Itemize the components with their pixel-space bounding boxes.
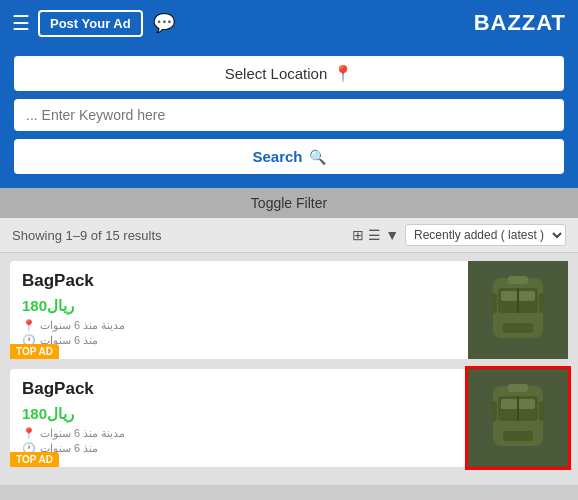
card-time-2: 🕐 منذ 6 سنوات — [22, 442, 456, 455]
svg-rect-15 — [539, 401, 545, 421]
app-header: ☰ Post Your Ad 💬 BAZZAT — [0, 0, 578, 46]
sort-arrow-icon: ▼ — [385, 227, 399, 243]
results-bar: Showing 1–9 of 15 results ⊞ ☰ ▼ Recently… — [0, 218, 578, 253]
card-title-2: BagPack — [22, 379, 456, 399]
svg-rect-13 — [508, 384, 528, 392]
keyword-input[interactable] — [26, 107, 552, 123]
search-panel: Select Location 📍 Search 🔍 — [0, 46, 578, 188]
location-meta-icon-2: 📍 — [22, 427, 36, 440]
results-count: Showing 1–9 of 15 results — [12, 228, 162, 243]
menu-icon[interactable]: ☰ — [12, 11, 30, 35]
listings-container: BagPack 180ريال 📍 مدينة منذ 6 سنوات 🕐 من… — [0, 253, 578, 485]
search-icon: 🔍 — [309, 149, 326, 165]
card-image-1 — [468, 261, 568, 359]
card-left-1: BagPack 180ريال 📍 مدينة منذ 6 سنوات 🕐 من… — [10, 261, 468, 359]
location-meta-icon-1: 📍 — [22, 319, 36, 332]
location-selector[interactable]: Select Location 📍 — [14, 56, 564, 91]
card-city-text-1: مدينة منذ 6 سنوات — [40, 319, 125, 332]
toggle-filter-bar[interactable]: Toggle Filter — [0, 188, 578, 218]
keyword-input-box — [14, 99, 564, 131]
brand-logo: BAZZAT — [474, 10, 566, 36]
card-city-2: 📍 مدينة منذ 6 سنوات — [22, 427, 456, 440]
card-image-wrapper-1 — [468, 261, 568, 359]
location-label: Select Location — [225, 65, 328, 82]
search-button[interactable]: Search 🔍 — [14, 139, 564, 174]
post-ad-button[interactable]: Post Your Ad — [38, 10, 143, 37]
svg-rect-12 — [503, 431, 533, 441]
card-image-2 — [468, 369, 568, 467]
svg-rect-7 — [539, 293, 545, 313]
sort-dropdown[interactable]: Recently added ( latest ) — [405, 224, 566, 246]
card-price-2: 180ريال — [22, 405, 456, 423]
product-card-2: BagPack 180ريال 📍 مدينة منذ 6 سنوات 🕐 من… — [10, 369, 568, 467]
svg-rect-5 — [508, 276, 528, 284]
chat-icon[interactable]: 💬 — [153, 12, 175, 34]
product-card: BagPack 180ريال 📍 مدينة منذ 6 سنوات 🕐 من… — [10, 261, 568, 359]
card-left-2: BagPack 180ريال 📍 مدينة منذ 6 سنوات 🕐 من… — [10, 369, 468, 467]
card-time-1: 🕐 منذ 6 سنوات — [22, 334, 456, 347]
grid-view-icon[interactable]: ⊞ — [352, 227, 364, 243]
card-city-1: 📍 مدينة منذ 6 سنوات — [22, 319, 456, 332]
svg-rect-4 — [503, 323, 533, 333]
location-pin-icon: 📍 — [333, 64, 353, 83]
top-ad-badge-1: TOP AD — [10, 344, 59, 359]
card-title-1: BagPack — [22, 271, 456, 291]
view-toggle: ⊞ ☰ ▼ — [352, 227, 399, 243]
card-image-wrapper-2 — [468, 369, 568, 467]
svg-rect-6 — [491, 293, 497, 313]
search-button-label: Search — [252, 148, 302, 165]
card-city-text-2: مدينة منذ 6 سنوات — [40, 427, 125, 440]
card-price-1: 180ريال — [22, 297, 456, 315]
top-ad-badge-2: TOP AD — [10, 452, 59, 467]
backpack-svg-1 — [483, 273, 553, 348]
backpack-svg-2 — [483, 381, 553, 456]
list-view-icon[interactable]: ☰ — [368, 227, 381, 243]
svg-rect-14 — [491, 401, 497, 421]
